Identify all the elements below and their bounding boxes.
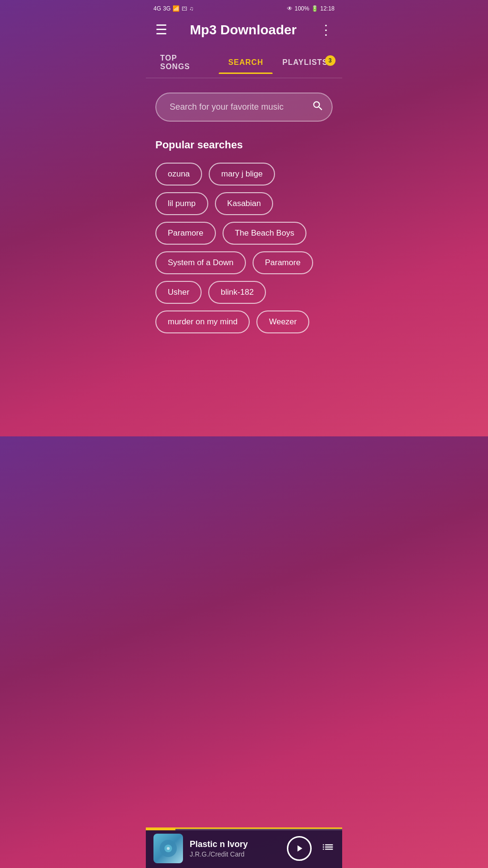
search-button[interactable] [312, 100, 324, 115]
time-display: 12:18 [320, 5, 335, 12]
tab-search[interactable]: SEARCH [219, 52, 273, 73]
chip-weezer[interactable]: Weezer [256, 310, 309, 333]
chip-system-of-a-down[interactable]: System of a Down [155, 251, 246, 274]
hamburger-menu-button[interactable]: ☰ [155, 23, 167, 37]
chip-paramore-1[interactable]: Paramore [155, 222, 216, 245]
chip-ozuna[interactable]: ozuna [155, 163, 202, 186]
search-container [155, 93, 333, 122]
status-bar: 4G 3G 📶 ⮹ ♫ 👁 100% 🔋 12:18 [146, 0, 342, 17]
popular-searches-title: Popular searches [155, 139, 333, 151]
wifi-icon: 📶 [173, 5, 180, 12]
search-input[interactable] [155, 93, 333, 122]
app-title: Mp3 Downloader [190, 22, 296, 38]
chip-the-beach-boys[interactable]: The Beach Boys [223, 222, 307, 245]
chip-lil-pump[interactable]: lil pump [155, 192, 208, 215]
signal-3g-icon: 3G [163, 5, 171, 12]
tab-playlists[interactable]: PLAYLISTS 3 [273, 52, 337, 73]
popular-searches-section: Popular searches ozunamary j bligelil pu… [155, 139, 333, 333]
tab-top-songs[interactable]: TOP SONGS [151, 47, 219, 78]
eye-icon: 👁 [287, 5, 293, 12]
battery-text: 100% [295, 5, 309, 12]
more-options-button[interactable]: ⋮ [319, 22, 333, 38]
search-icon [312, 100, 324, 112]
chip-usher[interactable]: Usher [155, 281, 202, 304]
main-content: Popular searches ozunamary j bligelil pu… [146, 78, 342, 348]
battery-icon: 🔋 [311, 5, 318, 12]
chip-paramore-2[interactable]: Paramore [253, 251, 313, 274]
status-left: 4G 3G 📶 ⮹ ♫ [153, 5, 193, 12]
chip-murder-on-my-mind[interactable]: murder on my mind [155, 310, 250, 333]
chips-container: ozunamary j bligelil pumpKasabianParamor… [155, 163, 333, 333]
app-header: ☰ Mp3 Downloader ⋮ [146, 17, 342, 47]
music-icon: ♫ [189, 5, 193, 12]
chip-kasabian[interactable]: Kasabian [215, 192, 274, 215]
usb-icon: ⮹ [182, 5, 187, 12]
status-right: 👁 100% 🔋 12:18 [287, 5, 335, 12]
chip-mary-j-blige[interactable]: mary j blige [209, 163, 275, 186]
tab-bar: TOP SONGS SEARCH PLAYLISTS 3 [146, 47, 342, 78]
signal-4g-icon: 4G [153, 5, 161, 12]
playlists-badge: 3 [325, 55, 336, 66]
chip-blink-182[interactable]: blink-182 [208, 281, 266, 304]
